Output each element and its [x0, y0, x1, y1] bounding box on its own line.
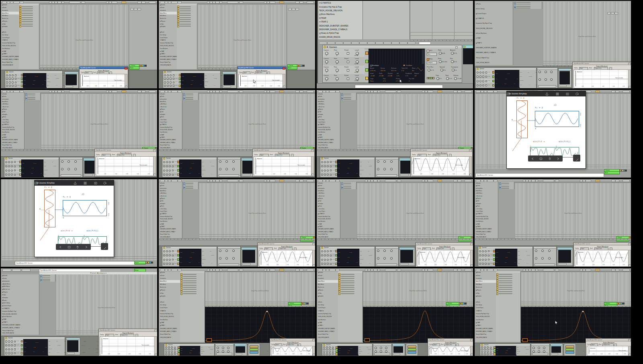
pen-icon[interactable] [576, 158, 579, 161]
list-item[interactable] [341, 188, 356, 189]
transport-widget[interactable] [555, 180, 559, 182]
transport-widget[interactable] [611, 90, 615, 93]
knob[interactable] [479, 263, 481, 265]
folder-item[interactable]: TRAP 2 [319, 20, 362, 24]
effect-device[interactable] [217, 246, 241, 267]
folder-item[interactable]: CYMATICS [160, 309, 180, 312]
window-title-bar[interactable]: SignalAnalyzerM4L Operator [80, 67, 128, 69]
signal-analyzer-window[interactable]: SignalAnalyzerM4L OperatorSignal Analyze… [94, 149, 157, 177]
knob[interactable] [232, 160, 235, 163]
file-item[interactable] [496, 275, 520, 277]
cpu-meter[interactable] [121, 90, 126, 93]
knob[interactable] [324, 174, 326, 176]
close-icon[interactable] [469, 149, 472, 152]
category-item[interactable]: Audio Effects [317, 280, 338, 283]
track-header-box[interactable] [611, 12, 614, 14]
transport-widget[interactable] [623, 180, 630, 182]
transport-widget[interactable] [422, 180, 425, 182]
transport-widget[interactable] [69, 90, 80, 93]
category-item[interactable]: Plug-ins [2, 20, 19, 23]
transport-widget[interactable] [373, 269, 377, 271]
transport-widget[interactable] [526, 180, 528, 182]
category-item[interactable]: Plug-ins [160, 20, 177, 23]
folder-item[interactable]: Audio Effects [2, 282, 39, 285]
file-item[interactable] [19, 6, 39, 8]
fixed-checkbox[interactable] [485, 72, 487, 73]
close-icon[interactable] [470, 243, 473, 245]
folder-item[interactable]: Packs [160, 301, 180, 303]
file-item[interactable] [19, 18, 39, 20]
file-item[interactable] [496, 273, 520, 275]
folder-item[interactable]: TRAP [2, 50, 19, 53]
list-item[interactable] [341, 98, 356, 100]
knob[interactable] [9, 78, 11, 80]
screenshot-tile-r4c1[interactable]: SignalAnalyzerM4L OperatorMasterPreset A… [1, 268, 157, 356]
transport-widget[interactable] [583, 269, 586, 271]
transport-widget[interactable] [385, 180, 396, 182]
knob[interactable] [11, 348, 13, 350]
m4l-open-button[interactable] [242, 174, 251, 176]
folder-item[interactable]: CYMATICS [475, 16, 513, 21]
fixed-checkbox[interactable] [330, 250, 332, 252]
knob[interactable] [477, 84, 479, 86]
knob[interactable] [232, 249, 235, 252]
arrangement-area[interactable]: Drop Files and Devices Here [41, 94, 157, 149]
transport-widget[interactable] [213, 90, 215, 93]
arrangement-area[interactable]: Drop Files and Devices Here [357, 183, 473, 238]
knob[interactable] [5, 161, 7, 163]
file-item[interactable] [19, 12, 39, 14]
command-input[interactable]: SignalAnalyzerM4L Operator [15, 261, 135, 265]
resize-grip[interactable] [313, 264, 315, 267]
knob[interactable] [8, 348, 10, 350]
folder-item[interactable]: DESIGNER_DANCE_CYMBALS [319, 28, 362, 31]
file-item[interactable] [177, 18, 197, 20]
list-item[interactable] [341, 182, 356, 184]
knob[interactable] [163, 174, 165, 176]
knob[interactable] [327, 174, 329, 176]
mini-control[interactable] [408, 346, 416, 348]
knob[interactable] [166, 254, 168, 256]
signal-analyzer-window[interactable]: SignalAnalyzerM4L OperatorSignal Analyze… [270, 338, 315, 356]
category-item[interactable]: Audio Effects [160, 12, 177, 14]
folder-item[interactable]: Innovative Hip-Hop & Trap [2, 310, 39, 313]
knob[interactable] [163, 263, 165, 265]
category-item[interactable]: Max for Live [2, 17, 19, 20]
list-item[interactable] [183, 186, 198, 188]
automation-editor[interactable] [363, 307, 473, 343]
transport-widget[interactable] [611, 269, 615, 271]
folder-item[interactable]: TRAP [475, 321, 496, 324]
fixed-checkbox[interactable] [488, 250, 489, 252]
file-item[interactable] [180, 275, 204, 277]
share-icon[interactable] [74, 182, 77, 185]
knob[interactable] [169, 254, 171, 256]
knob[interactable] [479, 84, 481, 86]
m4l-open-button[interactable] [67, 352, 75, 354]
fixed-checkbox[interactable] [330, 166, 332, 167]
knob[interactable] [166, 250, 168, 252]
folder-item[interactable]: Packs [160, 31, 177, 34]
folder-item[interactable]: User Library [475, 304, 496, 307]
grid-icon[interactable] [84, 182, 87, 185]
folder-item[interactable]: Drums [2, 277, 39, 280]
cpu-meter[interactable] [595, 269, 600, 271]
folder-item[interactable]: CYMATICS [160, 39, 177, 42]
folder-item[interactable]: Instruments [2, 280, 39, 283]
cpu-meter[interactable] [437, 90, 442, 93]
fixed-checkbox[interactable] [330, 170, 332, 171]
beat-time-ruler[interactable] [317, 238, 473, 240]
display-scroll[interactable] [422, 49, 424, 64]
folder-item[interactable]: Innovative Hip-Hop & Trap [319, 5, 362, 8]
folder-item[interactable]: CYMATICS [475, 309, 496, 312]
transport-widget[interactable] [365, 180, 368, 182]
category-item[interactable]: Samples [2, 25, 19, 28]
fixed-checkbox[interactable] [173, 74, 174, 76]
ruler-box[interactable] [12, 269, 21, 272]
fixed-checkbox[interactable] [332, 353, 334, 355]
folder-item[interactable]: TRAP 2 [160, 53, 177, 55]
device-activator[interactable] [324, 46, 326, 48]
transport-widget[interactable] [580, 180, 583, 182]
folder-item[interactable]: Heavy & Hybrid Trap [317, 333, 338, 336]
knob[interactable] [479, 80, 481, 82]
m4l-open-button[interactable] [242, 263, 251, 265]
transport-widget[interactable] [213, 180, 215, 182]
